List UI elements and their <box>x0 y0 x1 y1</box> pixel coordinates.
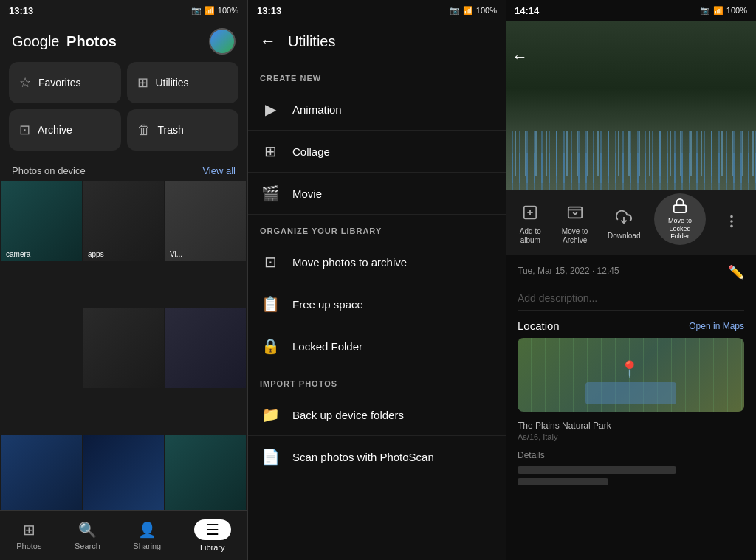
left-panel: 13:13 📷 📶 100% Google Photos ☆ Favorites… <box>0 0 247 560</box>
nav-library[interactable]: ☰ Library <box>182 516 243 555</box>
photo-back-button[interactable]: ← <box>512 47 528 66</box>
map-thumbnail[interactable]: 📍 <box>518 338 744 412</box>
movie-label: Movie <box>292 187 322 200</box>
photo-cell-6[interactable] <box>1 435 82 515</box>
battery-middle: 100% <box>476 6 497 15</box>
avatar[interactable] <box>209 28 236 55</box>
locked-folder-item[interactable]: 🔒 Locked Folder <box>248 325 506 367</box>
camera-icon-r: 📷 <box>700 6 710 15</box>
photo-cell-4[interactable] <box>83 308 164 388</box>
utilities-label: Utilities <box>156 77 189 89</box>
wifi-icon-r: 📶 <box>713 6 724 15</box>
more-action[interactable] <box>714 205 749 241</box>
trash-card[interactable]: 🗑 Trash <box>127 109 239 151</box>
movie-icon: 🎬 <box>260 183 281 204</box>
move-locked-label: Move toLockedFolder <box>668 217 692 241</box>
move-locked-action[interactable]: Move toLockedFolder <box>654 193 706 245</box>
animation-icon: ▶ <box>260 99 281 120</box>
location-title: Location <box>518 319 560 332</box>
collage-icon: ⊞ <box>260 141 281 162</box>
movie-item[interactable]: 🎬 Movie <box>248 173 506 215</box>
photo-date: Tue, Mar 15, 2022 · 12:45 <box>518 266 619 276</box>
utilities-content: CREATE NEW ▶ Animation ⊞ Collage 🎬 Movie… <box>248 62 506 560</box>
favorites-card[interactable]: ☆ Favorites <box>9 62 121 103</box>
add-to-album-action[interactable]: Add toalbum <box>512 196 548 249</box>
move-locked-icon <box>668 198 692 214</box>
utilities-card[interactable]: ⊞ Utilities <box>127 62 239 103</box>
left-time: 13:13 <box>9 5 33 16</box>
app-title: Google Photos <box>12 33 117 50</box>
right-time: 14:14 <box>515 5 539 16</box>
blurred-detail-2 <box>518 478 608 485</box>
archive-card[interactable]: ⊡ Archive <box>9 109 121 151</box>
photo-viewer: ← <box>506 21 756 190</box>
open-in-maps-button[interactable]: Open in Maps <box>689 321 744 331</box>
left-status-icons: 📷 📶 100% <box>191 6 238 15</box>
middle-time: 13:13 <box>257 5 281 16</box>
nav-photos[interactable]: ⊞ Photos <box>4 518 53 553</box>
middle-panel: 13:13 📷 📶 100% ← Utilities CREATE NEW ▶ … <box>247 0 506 560</box>
photo-details: Tue, Mar 15, 2022 · 12:45 ✏️ Add descrip… <box>506 255 756 560</box>
map-water <box>585 382 676 404</box>
favorites-icon: ☆ <box>19 75 31 91</box>
download-action[interactable]: Download <box>602 201 646 245</box>
add-album-label: Add toalbum <box>520 227 541 245</box>
right-panel: 14:14 📷 📶 100% ← Add toalbum <box>506 0 756 560</box>
collage-label: Collage <box>292 145 330 158</box>
utilities-icon: ⊞ <box>137 75 148 91</box>
photoscan-label: Scan photos with PhotoScan <box>292 451 434 463</box>
description-placeholder[interactable]: Add description... <box>518 286 744 311</box>
middle-status-bar: 13:13 📷 📶 100% <box>248 0 506 21</box>
photo-cell-3[interactable]: Vi... <box>165 181 246 261</box>
move-archive-item[interactable]: ⊡ Move photos to archive <box>248 241 506 283</box>
locked-folder-label: Locked Folder <box>292 340 362 353</box>
backup-folders-icon: 📁 <box>260 404 281 425</box>
right-status-bar: 14:14 📷 📶 100% <box>506 0 756 21</box>
animation-item[interactable]: ▶ Animation <box>248 89 506 131</box>
svg-point-8 <box>731 221 732 222</box>
backup-folders-item[interactable]: 📁 Back up device folders <box>248 394 506 436</box>
archive-icon: ⊡ <box>19 122 30 138</box>
favorites-label: Favorites <box>38 77 81 89</box>
import-heading: IMPORT PHOTOS <box>248 367 506 394</box>
place-detail: As/16, Italy <box>518 432 744 441</box>
collage-item[interactable]: ⊞ Collage <box>248 131 506 173</box>
photo-cell-2[interactable]: apps <box>83 181 164 261</box>
google-text: Google <box>12 33 60 50</box>
nav-photos-label: Photos <box>16 542 41 550</box>
trash-icon: 🗑 <box>137 122 151 138</box>
quick-cards-grid: ☆ Favorites ⊞ Utilities ⊡ Archive 🗑 Tras… <box>0 62 247 159</box>
battery-left: 100% <box>218 6 238 15</box>
edit-button[interactable]: ✏️ <box>728 264 744 280</box>
view-all-button[interactable]: View all <box>190 159 247 181</box>
back-button[interactable]: ← <box>260 32 276 51</box>
svg-rect-3 <box>568 207 581 218</box>
nav-sharing[interactable]: 👤 Sharing <box>121 518 173 553</box>
photos-section-header: Photos on device View all <box>0 159 247 181</box>
download-icon <box>612 205 636 229</box>
free-space-label: Free up space <box>292 298 363 311</box>
photos-on-device-label: Photos on device <box>0 159 97 181</box>
more-icon <box>720 210 743 233</box>
photos-nav-icon: ⊞ <box>23 521 35 539</box>
nav-search[interactable]: 🔍 Search <box>63 518 112 553</box>
create-new-heading: CREATE NEW <box>248 62 506 89</box>
battery-right: 100% <box>726 6 747 15</box>
camera-icon: 📷 <box>191 6 202 15</box>
photoscan-item[interactable]: 📄 Scan photos with PhotoScan <box>248 436 506 477</box>
move-archive-action-label: Move toArchive <box>562 227 588 245</box>
svg-point-7 <box>731 216 732 218</box>
photo-cell-8[interactable] <box>165 435 246 515</box>
utilities-title-bar: ← Utilities <box>248 21 506 62</box>
photo-cell-7[interactable] <box>83 435 164 515</box>
move-archive-action[interactable]: Move toArchive <box>556 196 594 249</box>
free-space-item[interactable]: 📋 Free up space <box>248 283 506 325</box>
bottom-nav: ⊞ Photos 🔍 Search 👤 Sharing ☰ Library <box>0 510 247 560</box>
svg-rect-6 <box>674 205 687 212</box>
camera-icon-m: 📷 <box>450 6 460 15</box>
photo-cell-1[interactable]: camera <box>1 181 82 261</box>
app-header: Google Photos <box>0 21 247 62</box>
photo-label-2: apps <box>88 250 104 258</box>
map-pin-icon: 📍 <box>619 360 639 379</box>
photo-cell-5[interactable] <box>165 308 246 388</box>
